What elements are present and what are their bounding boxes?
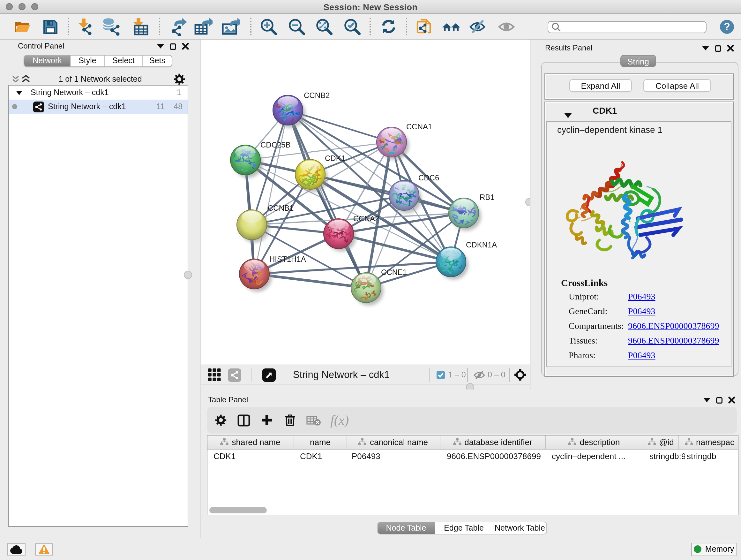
svg-text:CCNB1: CCNB1	[268, 204, 293, 212]
svg-text:CCNE1: CCNE1	[381, 268, 407, 276]
svg-text:RB1: RB1	[480, 193, 495, 201]
svg-text:CCNB2: CCNB2	[304, 91, 330, 100]
svg-text:CDC6: CDC6	[418, 173, 439, 182]
svg-text:CDK1: CDK1	[325, 154, 345, 163]
svg-text:HIST1H1A: HIST1H1A	[269, 255, 306, 263]
svg-text:CDKN1A: CDKN1A	[466, 240, 497, 249]
svg-text:CCNA2: CCNA2	[353, 214, 379, 223]
svg-text:CDC25B: CDC25B	[260, 140, 291, 149]
svg-text:CCNA1: CCNA1	[406, 122, 432, 131]
